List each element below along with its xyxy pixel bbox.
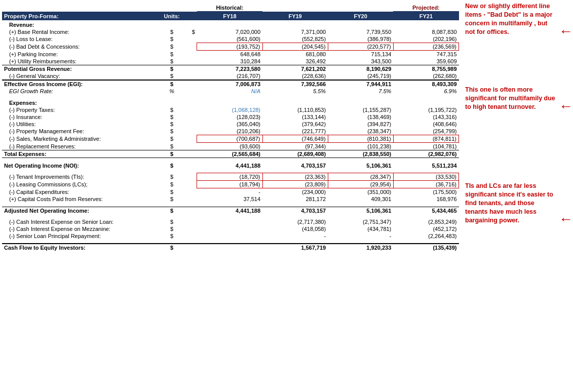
fy18-utilities: (365,040) [197,121,262,128]
fy19-insurance: (133,144) [262,113,328,121]
label-prop_taxes: (-) Property Taxes: [2,106,157,113]
fy21-cap_costs: 168,976 [393,195,459,203]
annotation-arrow-3: ← [559,212,573,226]
fy19-potential_gross: 7,621,202 [262,65,328,73]
label-total_expenses: Total Expenses: [2,150,157,158]
fy19-tenant_imp: (23,363) [262,173,328,181]
label-cash_interest_mezz: (-) Cash Interest Expense on Mezzanine: [2,225,157,232]
units-egi: $ [157,80,187,88]
units-base_rental: $ [157,28,187,35]
fy18-leasing_comm: (18,794) [197,181,262,188]
row-parking: (+) Parking Income: $ 648,648 681,080 71… [2,51,459,58]
row-base_rental: (+) Base Rental Income: $ $ 7,020,000 7,… [2,28,459,35]
fy19-noi: 4,703,157 [262,162,328,169]
fy20-parking: 715,134 [328,51,393,58]
fy21-adj_noi: 5,434,465 [393,207,459,214]
super-header-row: Historical: Projected: [2,4,459,12]
sign18-noi [187,162,197,169]
units-insurance: $ [157,113,187,121]
row-noi: Net Operating Income (NOI): $ 4,441,188 … [2,162,459,169]
units-replacement: $ [157,143,187,150]
units-cap_costs: $ [157,195,187,203]
fy21-cash_flow: (135,439) [393,244,459,251]
units-prop_taxes: $ [157,106,187,113]
row-cash_interest_mezz: (-) Cash Interest Expense on Mezzanine: … [2,225,459,232]
fy21-total_expenses: (2,982,076) [393,150,459,158]
sign18-general_vacancy [187,72,197,80]
sign18-prop_mgmt [187,128,197,135]
fy20-insurance: (138,469) [328,113,393,121]
fy21-senior_loan_repay: (2,264,483) [393,232,459,240]
label-tenant_imp: (-) Tenant Improvements (TIs): [2,173,157,181]
row-cap_exp: (-) Capital Expenditures: $ - (234,000) … [2,188,459,196]
fy18-senior_loan_repay [197,232,262,240]
units-egi_growth: % [157,88,187,95]
row-adj_noi: Adjusted Net Operating Income: $ 4,441,1… [2,207,459,214]
row-replacement: (-) Replacement Reserves: $ (93,600) (97… [2,143,459,150]
annotation-1: New or slightly different line items - "… [465,2,573,36]
sign18-loss_to_lease [187,35,197,43]
annotation-arrow-2: ← [559,99,573,113]
row-cap_costs: (+) Capital Costs Paid from Reserves: $ … [2,195,459,203]
fy21-tenant_imp: (33,530) [393,173,459,181]
fy18-egi_growth: N/A [197,88,262,95]
fy18-total_expenses: (2,565,684) [197,150,262,158]
label-general_vacancy: (-) General Vacancy: [2,72,157,80]
units-potential_gross: $ [157,65,187,73]
fy20-leasing_comm: (29,954) [328,181,393,188]
units-parking: $ [157,51,187,58]
fy18-utility: 310,284 [197,58,262,65]
fy19-egi: 7,392,566 [262,80,328,88]
fy20-noi: 5,106,361 [328,162,393,169]
label-loss_to_lease: (-) Loss to Lease: [2,35,157,43]
row-egi_growth: EGI Growth Rate: % N/A 5.5% 7.5% 6.9% [2,88,459,95]
sign18-insurance [187,113,197,121]
fy20-sales_mkt: (810,381) [328,135,393,143]
sign18-cash_flow [187,244,197,251]
fy18-base_rental: 7,020,000 [197,28,262,35]
fy20-utility: 343,500 [328,58,393,65]
sign18-egi [187,80,197,88]
sign18-total_expenses [187,150,197,158]
fy21-base_rental: 8,087,830 [393,28,459,35]
fy20-cap_costs: 409,301 [328,195,393,203]
fy18-insurance: (128,023) [197,113,262,121]
units-total_expenses: $ [157,150,187,158]
row-prop_taxes: (-) Property Taxes: $ (1,068,128) (1,110… [2,106,459,113]
fy20-adj_noi: 5,106,361 [328,207,393,214]
fy18-adj_noi: 4,441,188 [197,207,262,214]
units-utility: $ [157,58,187,65]
label-noi: Net Operating Income (NOI): [2,162,157,169]
units-loss_to_lease: $ [157,35,187,43]
fy19-replacement: (97,344) [262,143,328,150]
fy19-total_expenses: (2,689,408) [262,150,328,158]
fy18-cash_interest_mezz [197,225,262,232]
units-cash_flow: $ [157,244,187,251]
fy18-tenant_imp: (18,720) [197,173,262,181]
fy18-general_vacancy: (216,707) [197,72,262,80]
fy21-sales_mkt: (874,811) [393,135,459,143]
fy19-adj_noi: 4,703,157 [262,207,328,214]
column-header-row: Property Pro-Forma: Units: FY18 FY19 FY2… [2,12,459,20]
fy19-prop_taxes: (1,110,853) [262,106,328,113]
fy20-cash_flow: 1,920,233 [328,244,393,251]
sign18-prop_taxes [187,106,197,113]
row-cash_flow: Cash Flow to Equity Investors: $ 1,567,7… [2,244,459,251]
fy21-egi_growth: 6.9% [393,88,459,95]
fy21-utilities: (408,646) [393,121,459,128]
fy20-header: FY20 [328,12,393,20]
row-total_expenses: Total Expenses: $ (2,565,684) (2,689,408… [2,150,459,158]
annotation-3: TIs and LCs are far less significant sin… [465,182,573,224]
fy20-prop_taxes: (1,155,287) [328,106,393,113]
fy18-cash_flow [197,244,262,251]
row-utilities: (-) Utilities: $ (365,040) (379,642) (39… [2,121,459,128]
sign18-cash_interest_senior [187,218,197,225]
units-cash_interest_mezz: $ [157,225,187,232]
spacer-row [2,214,459,218]
fy19-cap_costs: 281,172 [262,195,328,203]
spacer-row [2,169,459,173]
row-senior_loan_repay: (-) Senior Loan Principal Repayment: $ -… [2,232,459,240]
row-egi: Effective Gross Income (EGI): $ 7,006,87… [2,80,459,88]
fy21-leasing_comm: (36,716) [393,181,459,188]
fy18-egi: 7,006,873 [197,80,262,88]
